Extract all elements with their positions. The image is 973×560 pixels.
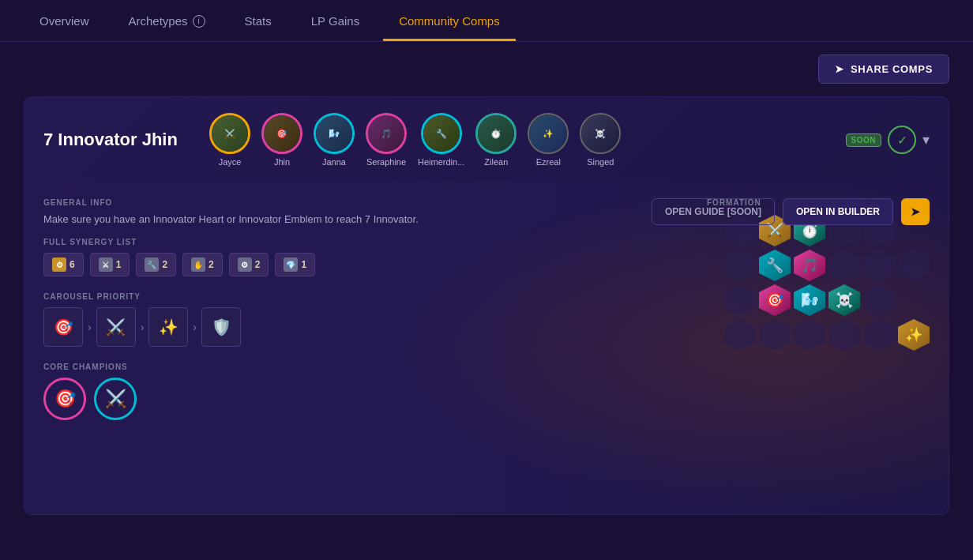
champion-avatar-ezreal: ✨ — [528, 113, 569, 154]
champion-item[interactable]: 🌬️ Janna — [314, 113, 355, 167]
hex-cell — [759, 319, 791, 351]
champion-name-heimerdinger: Heimerdin... — [418, 157, 464, 167]
hex-cell-occupied: 🔧 — [759, 250, 791, 281]
carousel-icon-3: ✨ — [149, 308, 187, 346]
core-icon-jayce: ⚔️ — [105, 389, 126, 409]
open-builder-button[interactable]: OPEN IN BUILDER — [783, 198, 893, 225]
synergy-count-1: 1 — [116, 259, 122, 270]
carousel-icon-2: ⚔️ — [97, 308, 135, 346]
champion-name-zilean: Zilean — [484, 157, 508, 167]
hex-cell — [724, 284, 756, 316]
champion-avatar-jayce: ⚔️ — [209, 113, 250, 154]
open-guide-button[interactable]: OPEN GUIDE [SOON] — [652, 198, 775, 225]
hex-cell — [898, 250, 930, 281]
synergy-count-2c: 2 — [255, 259, 261, 270]
carousel-item-1[interactable]: 🎯 — [43, 307, 83, 347]
comp-title: 7 Innovator Jhin — [43, 130, 186, 150]
synergy-badge[interactable]: ✋ 2 — [182, 253, 223, 276]
champion-avatar-janna: 🌬️ — [314, 113, 355, 154]
comp-card: 7 Innovator Jhin ⚔️ Jayce 🎯 Jhin 🌬️ — [24, 96, 949, 515]
carousel-item-4[interactable]: 🛡️ — [201, 307, 241, 347]
synergy-badge[interactable]: ⚔ 1 — [90, 253, 130, 276]
champion-item[interactable]: 🎵 Seraphine — [366, 113, 407, 167]
hex-cell-occupied: 🎯 — [759, 284, 791, 316]
hex-row-3: 🎯 🌬️ ☠️ — [724, 284, 895, 316]
hex-cell — [863, 284, 895, 316]
synergy-count-2b: 2 — [208, 259, 214, 270]
hex-cell — [724, 250, 756, 281]
synergy-badge[interactable]: ⚙ 6 — [43, 253, 84, 276]
comp-body: OPEN GUIDE [SOON] OPEN IN BUILDER ➤ GENE… — [24, 182, 949, 514]
carousel-arrow-1: › — [88, 321, 92, 333]
share-comps-button[interactable]: ➤ SHARE COMPS — [818, 54, 949, 84]
champion-name-singed: Singed — [587, 157, 614, 167]
champion-item[interactable]: ⚔️ Jayce — [209, 113, 250, 167]
hex-cell — [863, 250, 895, 281]
champions-row: ⚔️ Jayce 🎯 Jhin 🌬️ Janna 🎵 — [209, 113, 822, 167]
synergy-icon-warrior: ⚔ — [99, 257, 113, 272]
carousel-icon-4: 🛡️ — [202, 308, 240, 346]
champion-name-seraphine: Seraphine — [366, 157, 406, 167]
checkmark-icon[interactable]: ✓ — [888, 126, 916, 154]
champion-name-jhin: Jhin — [274, 157, 290, 167]
hex-row-2: 🔧 🎵 — [724, 250, 930, 281]
hex-cell — [828, 250, 860, 281]
carousel-item-2[interactable]: ⚔️ — [96, 307, 136, 347]
tab-lp-gains[interactable]: LP Gains — [295, 0, 375, 41]
champion-name-ezreal: Ezreal — [536, 157, 561, 167]
share-icon: ➤ — [911, 205, 920, 218]
tab-archetypes[interactable]: Archetypes i — [113, 0, 221, 41]
soon-badge: SOON — [846, 133, 881, 147]
hex-cell — [794, 319, 825, 351]
hex-cell-occupied: ✨ — [898, 319, 930, 351]
share-comps-icon: ➤ — [835, 63, 844, 75]
core-champions-section: CORE CHAMPIONS 🎯 ⚔️ — [43, 363, 930, 420]
carousel-icon-1: 🎯 — [44, 308, 82, 346]
core-avatar-jayce[interactable]: ⚔️ — [94, 378, 137, 420]
tab-community-comps[interactable]: Community Comps — [383, 0, 516, 41]
synergy-count-2a: 2 — [162, 259, 167, 270]
tab-stats[interactable]: Stats — [229, 0, 287, 41]
hex-cell — [828, 319, 860, 351]
info-icon[interactable]: i — [193, 15, 205, 28]
core-avatar-jhin[interactable]: 🎯 — [43, 378, 86, 420]
archetypes-label: Archetypes — [129, 14, 188, 28]
champion-avatar-seraphine: 🎵 — [366, 113, 407, 154]
tab-overview[interactable]: Overview — [24, 0, 105, 41]
synergy-icon-gear: ⚙ — [238, 257, 252, 272]
comp-header: 7 Innovator Jhin ⚔️ Jayce 🎯 Jhin 🌬️ — [24, 97, 949, 182]
champion-avatar-jhin: 🎯 — [261, 113, 302, 154]
carousel-arrow-2: › — [141, 321, 145, 333]
champion-name-janna: Janna — [322, 157, 346, 167]
champion-item[interactable]: 🔧 Heimerdin... — [418, 113, 464, 167]
expand-collapse-button[interactable]: ▾ — [922, 131, 930, 148]
hex-cell — [724, 319, 756, 351]
synergy-count-6: 6 — [70, 259, 75, 270]
carousel-item-3[interactable]: ✨ — [148, 307, 188, 347]
hex-cell-occupied: ☠️ — [828, 284, 860, 316]
champion-item[interactable]: 🎯 Jhin — [261, 113, 302, 167]
synergy-badge[interactable]: 💎 1 — [275, 253, 315, 276]
synergy-count-1b: 1 — [301, 259, 306, 270]
champion-avatar-singed: ☠️ — [580, 113, 621, 154]
hex-grid: ⚔️ ⏱️ 🔧 🎵 🎯 🌬️ — [707, 215, 930, 351]
hex-cell-occupied: 🌬️ — [794, 284, 825, 316]
share-button[interactable]: ➤ — [901, 198, 930, 225]
nav-tabs: Overview Archetypes i Stats LP Gains Com… — [0, 0, 973, 42]
champion-item[interactable]: ⏱️ Zilean — [475, 113, 517, 167]
champion-item[interactable]: ☠️ Singed — [580, 113, 621, 167]
soon-badge-container: SOON ✓ ▾ — [846, 126, 930, 154]
hex-cell-occupied: 🎵 — [794, 250, 825, 281]
synergy-icon-hand: ✋ — [191, 257, 205, 272]
synergy-icon-gem: 💎 — [284, 257, 298, 272]
action-buttons: OPEN GUIDE [SOON] OPEN IN BUILDER ➤ — [652, 198, 930, 225]
synergy-badge[interactable]: 🔧 2 — [136, 253, 176, 276]
champion-item[interactable]: ✨ Ezreal — [528, 113, 569, 167]
synergy-icon-innovator: ⚙ — [52, 257, 66, 272]
core-champions-label: CORE CHAMPIONS — [43, 363, 930, 371]
core-icon-jhin: 🎯 — [54, 389, 76, 409]
hex-row-4: ✨ — [724, 319, 930, 351]
carousel-arrow-3: › — [193, 321, 197, 333]
synergy-badge[interactable]: ⚙ 2 — [229, 253, 269, 276]
champion-name-jayce: Jayce — [219, 157, 242, 167]
